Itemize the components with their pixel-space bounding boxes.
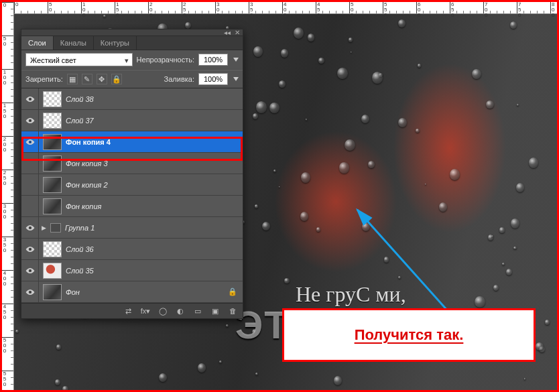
- layer-name: Слой 35: [66, 267, 94, 275]
- svg-point-5: [29, 269, 30, 271]
- lock-brush-icon[interactable]: ✎: [82, 74, 92, 84]
- ruler-vertical: 050100150200250300350400450500550: [2, 2, 14, 390]
- lock-pixels-icon[interactable]: ▦: [67, 74, 78, 84]
- opacity-dropdown-icon[interactable]: [233, 58, 239, 62]
- layer-name: Слой 37: [66, 117, 94, 125]
- layer-thumbnail[interactable]: [43, 113, 62, 129]
- panel-footer: fx▾ ◯ ◐ ▭ ▣ 🗑: [21, 303, 243, 318]
- layer-row[interactable]: Слой 37: [21, 110, 243, 131]
- layer-row[interactable]: Слой 38: [21, 88, 243, 110]
- ruler-horizontal: 0501001502002503003504004505005506006507…: [14, 2, 557, 14]
- svg-point-4: [29, 248, 30, 249]
- layers-panel[interactable]: ◂◂ ✕ СлоиКаналыКонтуры Жесткий свет Непр…: [21, 29, 243, 319]
- annotation-callout: Получится так.: [282, 308, 536, 362]
- callout-text: Получится так.: [355, 326, 464, 344]
- layer-thumbnail[interactable]: [43, 198, 62, 214]
- link-layers-icon[interactable]: [122, 306, 134, 316]
- svg-point-6: [29, 291, 30, 292]
- visibility-toggle[interactable]: [21, 239, 39, 259]
- chevron-right-icon[interactable]: ▶: [42, 224, 46, 231]
- lock-move-icon[interactable]: ✥: [97, 74, 107, 84]
- svg-point-1: [29, 119, 30, 121]
- layer-name: Фон копия: [66, 202, 101, 210]
- fill-label: Заливка:: [164, 75, 194, 83]
- visibility-toggle[interactable]: [21, 110, 39, 131]
- tab-контуры[interactable]: Контуры: [94, 36, 137, 50]
- svg-point-0: [29, 98, 30, 99]
- layer-row[interactable]: Фон копия: [21, 196, 243, 217]
- svg-point-3: [29, 226, 30, 228]
- panel-titlebar[interactable]: ◂◂ ✕: [21, 29, 243, 36]
- opacity-label: Непрозрачность:: [137, 56, 194, 64]
- panel-close-icon[interactable]: ✕: [235, 29, 240, 36]
- fx-icon[interactable]: fx▾: [139, 306, 151, 316]
- layer-name: Фон копия 2: [66, 181, 108, 189]
- panel-menu-icon[interactable]: ◂◂: [224, 29, 231, 36]
- layer-name: Слой 36: [66, 245, 94, 253]
- group-icon[interactable]: ▭: [192, 306, 204, 316]
- fill-input[interactable]: 100%: [198, 73, 228, 85]
- tab-каналы[interactable]: Каналы: [54, 36, 94, 50]
- layer-name: Слой 38: [66, 95, 94, 103]
- canvas-block-text: ЭТ: [235, 302, 290, 347]
- visibility-toggle[interactable]: [21, 217, 39, 238]
- opacity-input[interactable]: 100%: [198, 54, 228, 66]
- visibility-toggle[interactable]: [21, 260, 39, 281]
- fill-dropdown-icon[interactable]: [233, 77, 239, 81]
- trash-icon[interactable]: 🗑: [227, 306, 239, 316]
- tab-слои[interactable]: Слои: [21, 36, 54, 50]
- panel-tabs: СлоиКаналыКонтуры: [21, 36, 243, 50]
- adjustment-icon[interactable]: ◐: [174, 306, 186, 316]
- layer-thumbnail[interactable]: [43, 284, 62, 300]
- layer-name: Группа 1: [65, 224, 95, 232]
- layer-row[interactable]: ▶Группа 1: [21, 217, 243, 239]
- layer-row[interactable]: Фон копия 2: [21, 174, 243, 196]
- visibility-toggle[interactable]: [21, 88, 39, 109]
- layer-list: Слой 38Слой 37Фон копия 4Фон копия 3Фон …: [21, 88, 243, 303]
- layer-thumbnail[interactable]: [43, 91, 62, 107]
- layer-row[interactable]: Слой 36: [21, 239, 243, 260]
- lock-icon: 🔒: [228, 287, 237, 296]
- lock-label: Закрепить:: [25, 75, 63, 83]
- layer-row[interactable]: Слой 35: [21, 260, 243, 281]
- layer-row[interactable]: Фон🔒: [21, 281, 243, 303]
- app-frame: 0501001502002503003504004505005506006507…: [0, 0, 559, 392]
- layer-thumbnail[interactable]: [43, 177, 62, 193]
- highlight-box: [21, 137, 243, 161]
- folder-icon: [50, 223, 61, 233]
- visibility-toggle[interactable]: [21, 281, 39, 302]
- mask-icon[interactable]: ◯: [157, 306, 169, 316]
- new-layer-icon[interactable]: ▣: [209, 306, 221, 316]
- layer-name: Фон: [66, 288, 80, 296]
- layer-thumbnail[interactable]: [43, 241, 62, 257]
- blend-mode-select[interactable]: Жесткий свет: [25, 53, 133, 66]
- visibility-toggle[interactable]: [21, 174, 39, 195]
- lock-all-icon[interactable]: 🔒: [111, 74, 122, 84]
- canvas-decorative-text: Не груС ми,: [296, 282, 406, 307]
- layer-thumbnail[interactable]: [43, 263, 62, 279]
- visibility-toggle[interactable]: [21, 196, 39, 216]
